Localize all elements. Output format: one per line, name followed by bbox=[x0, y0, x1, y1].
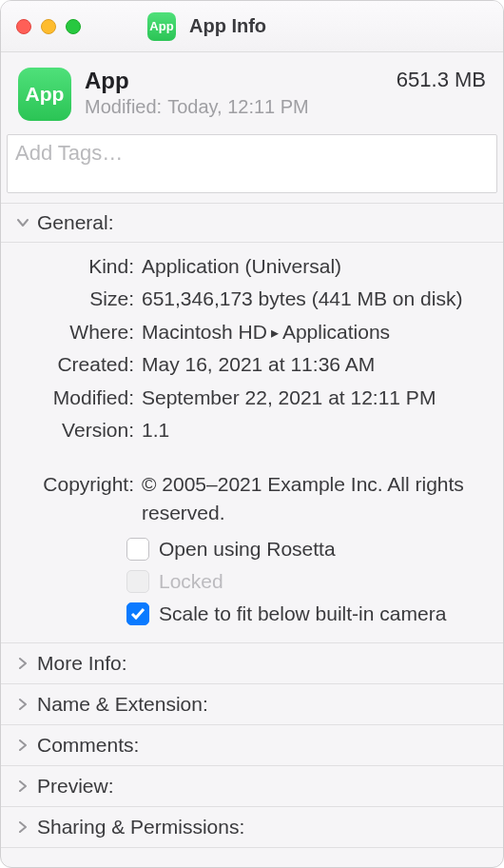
modified-label: Modified: bbox=[20, 384, 142, 412]
chevron-right-icon bbox=[14, 778, 31, 795]
kind-label: Kind: bbox=[20, 252, 142, 281]
section-sharing-permissions[interactable]: Sharing & Permissions: bbox=[1, 807, 503, 848]
rosetta-row: Open using Rosetta bbox=[20, 538, 484, 561]
where-part-2: Applications bbox=[282, 321, 390, 343]
scale-checkbox[interactable] bbox=[126, 602, 149, 625]
zoom-window-button[interactable] bbox=[66, 19, 81, 34]
path-separator-icon: ▸ bbox=[271, 322, 279, 344]
locked-checkbox bbox=[126, 570, 149, 593]
size-value: 651,346,173 bytes (441 MB on disk) bbox=[142, 285, 484, 313]
close-window-button[interactable] bbox=[16, 19, 31, 34]
titlebar: App App Info bbox=[1, 1, 503, 52]
section-label: Comments: bbox=[37, 734, 139, 757]
rosetta-checkbox[interactable] bbox=[126, 538, 149, 561]
app-icon: App bbox=[147, 12, 176, 41]
created-value: May 16, 2021 at 11:36 AM bbox=[142, 350, 484, 379]
size-label: Size: bbox=[20, 285, 142, 313]
collapsed-sections: More Info: Name & Extension: Comments: P… bbox=[1, 642, 503, 848]
where-value: Macintosh HD▸Applications bbox=[142, 318, 484, 346]
app-name: App bbox=[85, 68, 383, 94]
section-label: Name & Extension: bbox=[37, 693, 208, 716]
where-label: Where: bbox=[20, 318, 142, 346]
chevron-right-icon bbox=[14, 655, 31, 672]
copyright-label: Copyright: bbox=[20, 470, 142, 528]
where-part-1: Macintosh HD bbox=[142, 321, 267, 343]
tags-placeholder: Add Tags… bbox=[15, 141, 123, 165]
chevron-right-icon bbox=[14, 737, 31, 754]
window-title: App Info bbox=[189, 15, 266, 37]
section-label: More Info: bbox=[37, 652, 127, 675]
scale-label: Scale to fit below built-in camera bbox=[159, 602, 446, 625]
version-label: Version: bbox=[20, 416, 142, 444]
app-modified-line: Modified:Today, 12:11 PM bbox=[85, 96, 383, 118]
general-body: Kind: Application (Universal) Size: 651,… bbox=[1, 243, 503, 642]
modified-value: Today, 12:11 PM bbox=[167, 96, 309, 117]
chevron-down-icon bbox=[14, 214, 31, 231]
window-controls bbox=[16, 19, 81, 34]
section-preview[interactable]: Preview: bbox=[1, 766, 503, 807]
app-size: 651.3 MB bbox=[397, 68, 486, 92]
created-label: Created: bbox=[20, 350, 142, 379]
section-more-info[interactable]: More Info: bbox=[1, 643, 503, 684]
info-window: App App Info App App Modified:Today, 12:… bbox=[0, 0, 504, 868]
header-row: App App Modified:Today, 12:11 PM 651.3 M… bbox=[1, 52, 503, 127]
section-comments[interactable]: Comments: bbox=[1, 725, 503, 766]
version-value: 1.1 bbox=[142, 416, 484, 444]
chevron-right-icon bbox=[14, 696, 31, 713]
section-label: General: bbox=[37, 211, 114, 234]
tags-input[interactable]: Add Tags… bbox=[7, 134, 497, 193]
scale-row: Scale to fit below built-in camera bbox=[20, 602, 484, 625]
modified-label: Modified: bbox=[85, 96, 162, 117]
rosetta-label: Open using Rosetta bbox=[159, 538, 336, 561]
section-name-extension[interactable]: Name & Extension: bbox=[1, 684, 503, 725]
minimize-window-button[interactable] bbox=[41, 19, 56, 34]
copyright-value: © 2005–2021 Example Inc. All rights rese… bbox=[142, 470, 484, 528]
modified-value: September 22, 2021 at 12:11 PM bbox=[142, 384, 484, 412]
locked-label: Locked bbox=[159, 570, 223, 593]
kind-value: Application (Universal) bbox=[142, 252, 484, 281]
section-general[interactable]: General: bbox=[1, 203, 503, 243]
app-icon-large: App bbox=[18, 68, 71, 121]
section-label: Sharing & Permissions: bbox=[37, 816, 244, 838]
chevron-right-icon bbox=[14, 819, 31, 836]
section-label: Preview: bbox=[37, 775, 114, 798]
locked-row: Locked bbox=[20, 570, 484, 593]
